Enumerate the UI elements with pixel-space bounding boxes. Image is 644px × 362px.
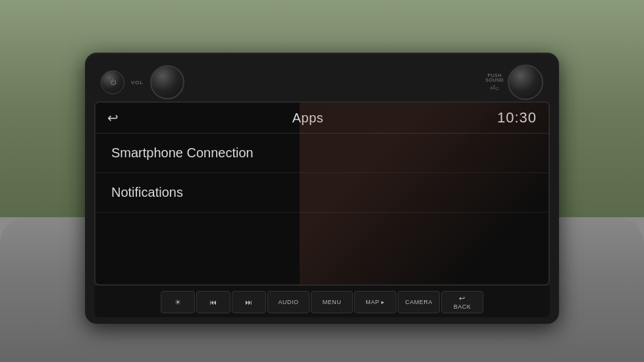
right-controls: PUSHSOUND ⏎⌕: [485, 65, 543, 100]
notifications-label: Notifications: [111, 185, 183, 200]
camera-label: CAMERA: [405, 299, 433, 305]
camera-button[interactable]: CAMERA: [398, 291, 440, 313]
map-button[interactable]: MAP ▸: [354, 291, 396, 313]
display-toggle-button[interactable]: ☀︎: [161, 291, 195, 313]
menu-list: Smartphone Connection Notifications: [95, 134, 549, 284]
menu-item-notifications[interactable]: Notifications: [95, 173, 549, 213]
prev-icon: ⏮: [209, 299, 217, 306]
back-hw-icon: ↩: [459, 295, 466, 302]
vol-label: VOL: [131, 80, 144, 86]
back-hw-button[interactable]: ↩ BACK: [441, 291, 483, 313]
menu-item-smartphone[interactable]: Smartphone Connection: [95, 134, 549, 173]
seek-icon: ⏎⌕: [490, 84, 499, 91]
map-label: MAP ▸: [365, 299, 385, 305]
button-strip: ☀︎ ⏮ ⏭ AUDIO MENU MAP ▸ CAMERA ↩ BACK: [94, 286, 550, 317]
next-icon: ⏭: [245, 299, 253, 306]
audio-button[interactable]: AUDIO: [267, 291, 309, 313]
head-unit-housing: ⏻ VOL PUSHSOUND ⏎⌕ ↩ Apps 10:30: [85, 53, 559, 324]
screen-content: ↩ Apps 10:30 Smartphone Connection Notif…: [95, 103, 549, 284]
power-knob[interactable]: ⏻: [101, 70, 124, 94]
smartphone-connection-label: Smartphone Connection: [111, 145, 254, 161]
power-icon: ⏻: [110, 79, 116, 86]
clock-display: 10:30: [497, 109, 537, 126]
screen-title: Apps: [292, 111, 324, 126]
left-controls: ⏻ VOL: [101, 65, 184, 99]
back-button[interactable]: ↩: [107, 110, 119, 126]
right-knob[interactable]: [508, 65, 543, 100]
back-hw-label: BACK: [454, 303, 471, 310]
push-sound-label: PUSHSOUND: [485, 73, 504, 82]
screen-header: ↩ Apps 10:30: [95, 103, 549, 133]
volume-knob[interactable]: [150, 65, 184, 99]
mini-icons: ⏎⌕: [490, 84, 499, 91]
menu-label: MENU: [323, 299, 342, 305]
menu-button[interactable]: MENU: [311, 291, 353, 313]
next-track-button[interactable]: ⏭: [232, 291, 266, 313]
display-icon: ☀︎: [174, 299, 182, 306]
infotainment-screen: ↩ Apps 10:30 Smartphone Connection Notif…: [94, 101, 550, 286]
knobs-row: ⏻ VOL PUSHSOUND ⏎⌕: [94, 62, 550, 101]
prev-track-button[interactable]: ⏮: [196, 291, 230, 313]
audio-label: AUDIO: [278, 299, 298, 305]
